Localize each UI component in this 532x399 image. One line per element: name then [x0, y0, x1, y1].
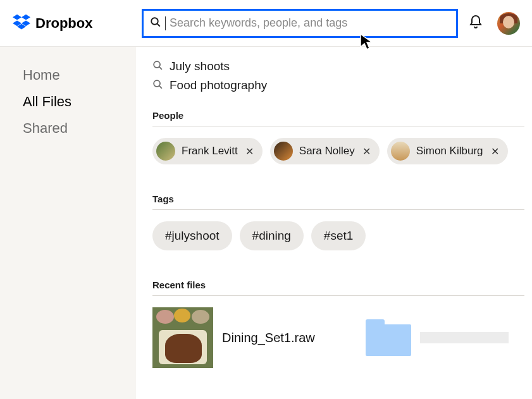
search-bar	[142, 9, 458, 38]
avatar	[274, 142, 293, 161]
person-chip[interactable]: Sara Nolley ✕	[270, 138, 380, 164]
file-name-placeholder	[420, 332, 509, 343]
text-caret	[165, 16, 166, 30]
sidebar-item-files[interactable]: All Files	[23, 94, 136, 110]
suggestion-label: July shoots	[170, 59, 230, 73]
search-icon	[152, 60, 163, 73]
svg-line-5	[159, 85, 162, 88]
recent-files: Dining_Set1.raw	[152, 307, 524, 368]
remove-icon[interactable]: ✕	[362, 145, 371, 157]
person-name: Frank Levitt	[182, 145, 238, 157]
svg-line-1	[158, 23, 160, 26]
recent-file[interactable]	[366, 319, 509, 356]
remove-icon[interactable]: ✕	[245, 145, 254, 157]
file-name: Dining_Set1.raw	[222, 331, 315, 345]
search-icon	[150, 16, 161, 30]
dropbox-icon	[13, 14, 30, 33]
search-input[interactable]	[170, 16, 450, 30]
person-name: Simon Kilburg	[416, 145, 483, 157]
people-chips: Frank Levitt ✕ Sara Nolley ✕ Simon Kilbu…	[152, 138, 524, 164]
header-actions	[468, 12, 520, 35]
header: Dropbox	[0, 0, 532, 47]
divider	[152, 126, 524, 126]
person-chip[interactable]: Simon Kilburg ✕	[387, 138, 508, 164]
svg-point-0	[151, 18, 158, 25]
main-content: July shoots Food photography People Fran…	[136, 47, 532, 399]
search-icon	[152, 79, 163, 92]
section-title-tags: Tags	[152, 193, 524, 204]
suggestion-label: Food photography	[170, 78, 267, 92]
svg-point-4	[154, 80, 160, 87]
brand-logo[interactable]: Dropbox	[13, 14, 132, 33]
tag-chip[interactable]: #set1	[311, 221, 366, 250]
avatar	[156, 142, 175, 161]
tag-chip[interactable]: #dining	[240, 221, 304, 250]
avatar	[391, 142, 410, 161]
search-box[interactable]	[142, 9, 458, 38]
folder-icon	[366, 319, 411, 356]
file-thumbnail	[152, 307, 213, 368]
section-title-people: People	[152, 110, 524, 121]
divider	[152, 209, 524, 210]
sidebar-item-shared[interactable]: Shared	[23, 120, 136, 137]
section-title-recent: Recent files	[152, 279, 524, 290]
user-avatar[interactable]	[497, 12, 520, 35]
divider	[152, 295, 524, 296]
remove-icon[interactable]: ✕	[491, 145, 499, 157]
tag-chip[interactable]: #julyshoot	[152, 221, 232, 250]
person-chip[interactable]: Frank Levitt ✕	[152, 138, 263, 164]
person-name: Sara Nolley	[299, 145, 355, 157]
recent-file[interactable]: Dining_Set1.raw	[152, 307, 315, 368]
search-suggestion[interactable]: Food photography	[152, 78, 524, 92]
svg-point-2	[154, 61, 160, 68]
sidebar-item-home[interactable]: Home	[23, 67, 136, 83]
search-suggestion[interactable]: July shoots	[152, 59, 524, 73]
sidebar: Home All Files Shared	[0, 47, 136, 399]
brand-name: Dropbox	[35, 15, 92, 32]
tag-chips: #julyshoot #dining #set1	[152, 221, 524, 250]
svg-line-3	[159, 66, 162, 69]
notifications-icon[interactable]	[468, 15, 483, 32]
